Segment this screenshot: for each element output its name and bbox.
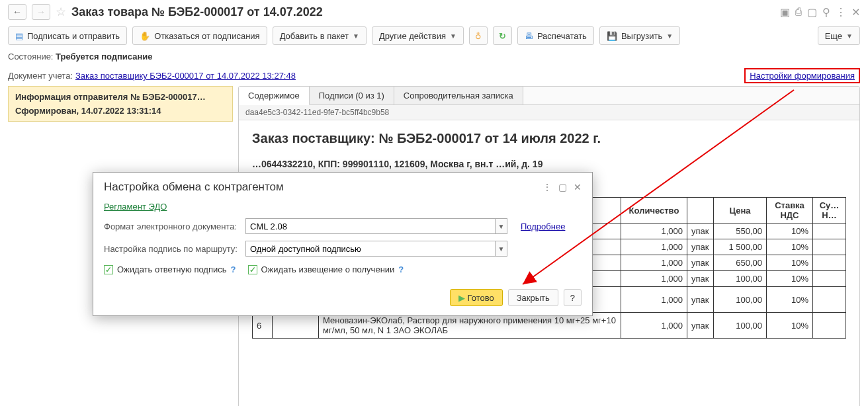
export-button[interactable]: 💾 Выгрузить ▼ [599,26,680,45]
tree-icon: ♁ [475,31,482,41]
document-link[interactable]: Заказ поставщику БЭБ2-000017 от 14.07.20… [75,71,296,81]
dialog-close-icon[interactable]: ✕ [574,182,582,192]
sender-info-line2: Сформирован, 14.07.2022 13:31:14 [15,106,226,116]
await-signature-checkbox[interactable]: ✓ [104,265,113,274]
table-row: 6Меновазин-ЭКОлаб, Раствор для наружного… [253,313,846,339]
format-input[interactable] [245,218,495,234]
more-details-link[interactable]: Подробнее [521,222,565,231]
state-label: Состояние: [8,52,56,61]
col-sum: Су… Н… [813,198,846,223]
sign-send-button[interactable]: ▤ Подписать и отправить [8,26,127,45]
tab-note[interactable]: Сопроводительная записка [394,87,523,104]
await-signature-label: Ожидать ответную подпись [117,264,227,274]
exchange-settings-dialog: Настройка обмена с контрагентом ⋮ ▢ ✕ Ре… [93,172,593,316]
hierarchy-button[interactable]: ♁ [469,26,488,45]
print-button[interactable]: 🖶 Распечатать [517,26,594,45]
refresh-icon: ↻ [499,31,506,41]
sender-info-box: Информация отправителя № БЭБ2-000017… Сф… [8,86,233,122]
state-value: Требуется подписание [56,52,152,61]
col-vat: Ставка НДС [767,198,813,223]
reglament-link[interactable]: Регламент ЭДО [104,202,167,212]
decline-sign-button[interactable]: ✋ Отказаться от подписания [132,26,267,45]
other-actions-button[interactable]: Другие действия ▼ [372,26,464,45]
more-icon[interactable]: ⋮ [836,6,846,19]
sender-info-line1: Информация отправителя № БЭБ2-000017… [15,92,226,102]
col-price: Цена [714,198,767,223]
dialog-more-icon[interactable]: ⋮ [542,182,552,192]
chevron-down-icon: ▼ [353,32,359,40]
stop-icon: ✋ [140,31,150,41]
route-input[interactable] [245,241,495,257]
refresh-button[interactable]: ↻ [493,26,512,45]
tab-content[interactable]: Содержимое [239,87,310,105]
await-receipt-checkbox[interactable]: ✓ [248,265,257,274]
document-heading: Заказ поставщику: № БЭБ2-000017 от 14 ию… [252,131,846,146]
settings-link[interactable]: Настройки формирования [744,68,860,83]
disk-icon: 💾 [607,31,617,41]
chevron-down-icon: ▼ [450,32,456,40]
link-icon[interactable]: ⚲ [822,6,830,19]
col-qty: Количество [621,198,687,223]
add-to-package-button[interactable]: Добавить в пакет ▼ [273,26,367,45]
format-dropdown[interactable]: ▼ [495,218,507,234]
dialog-title: Настройка обмена с контрагентом [104,181,284,194]
save-icon[interactable]: ▣ [780,6,790,19]
hint-icon-1[interactable]: ? [231,264,236,274]
more-button[interactable]: Еще ▼ [818,26,860,45]
col-unit [687,198,714,223]
back-button[interactable]: ← [8,4,26,20]
supplier-line: …0644332210, КПП: 999901110, 121609, Мос… [252,158,846,171]
play-icon: ▶ [458,293,465,303]
await-receipt-label: Ожидать извещение о получении [261,264,395,274]
close-icon[interactable]: ✕ [851,6,860,19]
favorite-star-icon[interactable]: ☆ [56,5,66,19]
route-dropdown[interactable]: ▼ [495,241,507,257]
forward-button[interactable]: → [32,4,50,20]
doc-label: Документ учета: [8,71,73,81]
tab-signatures[interactable]: Подписи (0 из 1) [310,87,394,104]
printer-icon: 🖶 [525,31,533,41]
format-label: Формат электронного документа: [104,222,240,231]
close-button[interactable]: Закрыть [508,289,558,306]
print-icon[interactable]: ⎙ [795,6,802,19]
chevron-down-icon: ▼ [666,32,673,40]
clipboard-icon[interactable]: ▢ [807,6,817,19]
document-icon: ▤ [15,31,23,41]
route-label: Настройка подпись по маршруту: [104,244,240,254]
page-title: Заказ товара № БЭБ2-000017 от 14.07.2022 [71,5,323,19]
help-button[interactable]: ? [564,289,582,306]
dialog-maximize-icon[interactable]: ▢ [558,182,567,192]
guid-bar: daa4e5c3-0342-11ed-9fe7-bc5ff4bc9b58 [239,105,859,120]
done-button[interactable]: ▶ Готово [450,289,503,306]
chevron-down-icon: ▼ [846,32,853,40]
hint-icon-2[interactable]: ? [398,264,404,274]
